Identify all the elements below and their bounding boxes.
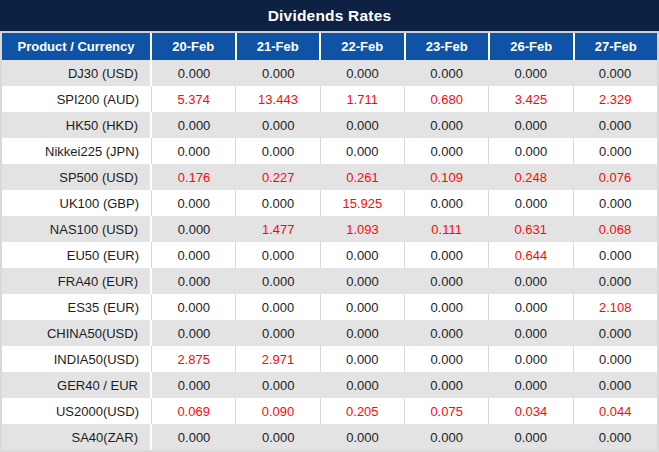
table-header-row: Product / Currency 20-Feb 21-Feb 22-Feb … bbox=[2, 33, 657, 60]
dividend-value-cell: 0.000 bbox=[405, 60, 489, 86]
table-row: SA40(ZAR)0.0000.0000.0000.0000.0000.000 bbox=[2, 424, 657, 450]
dividend-value-cell: 0.000 bbox=[236, 138, 320, 164]
dividend-value-cell: 0.000 bbox=[405, 190, 489, 216]
table-row: ES35 (EUR)0.0000.0000.0000.0000.0002.108 bbox=[2, 294, 657, 320]
dividend-value-cell: 0.000 bbox=[405, 242, 489, 268]
product-label: EU50 (EUR) bbox=[2, 242, 152, 268]
product-label: CHINA50(USD) bbox=[2, 320, 152, 346]
product-label: NAS100 (USD) bbox=[2, 216, 152, 242]
dividend-value-cell: 0.000 bbox=[489, 138, 573, 164]
dividend-value-cell: 0.000 bbox=[574, 242, 657, 268]
dividend-value-cell: 0.000 bbox=[405, 372, 489, 398]
dividend-value-cell: 0.000 bbox=[489, 268, 573, 294]
dividend-value-cell: 3.425 bbox=[489, 86, 573, 112]
dividend-value-cell: 0.000 bbox=[405, 424, 489, 450]
dividend-value-cell: 0.000 bbox=[320, 112, 404, 138]
dividend-value-cell: 0.000 bbox=[152, 216, 236, 242]
dividend-value-cell: 0.000 bbox=[236, 268, 320, 294]
table-row: HK50 (HKD)0.0000.0000.0000.0000.0000.000 bbox=[2, 112, 657, 138]
dividend-value-cell: 0.000 bbox=[489, 60, 573, 86]
dividend-value-cell: 0.000 bbox=[405, 346, 489, 372]
page-title: Dividends Rates bbox=[268, 7, 392, 25]
dividend-value-cell: 0.000 bbox=[573, 60, 657, 86]
dividend-value-cell: 0.000 bbox=[489, 424, 573, 450]
dividend-value-cell: 0.000 bbox=[321, 346, 405, 372]
dividend-value-cell: 0.044 bbox=[574, 398, 657, 424]
product-label: FRA40 (EUR) bbox=[2, 268, 152, 294]
dividend-value-cell: 0.227 bbox=[236, 164, 320, 190]
dividend-value-cell: 0.000 bbox=[489, 346, 573, 372]
table-row: DJ30 (USD)0.0000.0000.0000.0000.0000.000 bbox=[2, 60, 657, 86]
dividend-value-cell: 0.000 bbox=[321, 242, 405, 268]
product-label: US2000(USD) bbox=[2, 398, 152, 424]
dividend-value-cell: 0.111 bbox=[405, 216, 489, 242]
dividend-value-cell: 0.075 bbox=[405, 398, 489, 424]
dividend-value-cell: 0.680 bbox=[405, 86, 489, 112]
product-label: SA40(ZAR) bbox=[2, 424, 152, 450]
dividend-value-cell: 2.875 bbox=[152, 346, 236, 372]
dividend-value-cell: 2.329 bbox=[574, 86, 657, 112]
dividend-value-cell: 0.000 bbox=[236, 372, 320, 398]
dividend-value-cell: 0.000 bbox=[320, 424, 404, 450]
table-body: DJ30 (USD)0.0000.0000.0000.0000.0000.000… bbox=[2, 60, 657, 450]
dividend-value-cell: 1.711 bbox=[321, 86, 405, 112]
dividend-value-cell: 0.000 bbox=[321, 138, 405, 164]
product-label: HK50 (HKD) bbox=[2, 112, 152, 138]
dividend-value-cell: 13.443 bbox=[236, 86, 320, 112]
product-label: GER40 / EUR bbox=[2, 372, 152, 398]
table-row: FRA40 (EUR)0.0000.0000.0000.0000.0000.00… bbox=[2, 268, 657, 294]
table-row: NAS100 (USD)0.0001.4771.0930.1110.6310.0… bbox=[2, 216, 657, 242]
dividend-value-cell: 0.000 bbox=[152, 320, 236, 346]
table-row: SP500 (USD)0.1760.2270.2610.1090.2480.07… bbox=[2, 164, 657, 190]
dividend-value-cell: 0.000 bbox=[489, 112, 573, 138]
dividend-value-cell: 0.000 bbox=[152, 424, 236, 450]
table-row: CHINA50(USD)0.0000.0000.0000.0000.0000.0… bbox=[2, 320, 657, 346]
dividend-value-cell: 5.374 bbox=[152, 86, 236, 112]
dividend-value-cell: 0.076 bbox=[573, 164, 657, 190]
table-row: US2000(USD)0.0690.0900.2050.0750.0340.04… bbox=[2, 398, 657, 424]
dividend-value-cell: 0.205 bbox=[321, 398, 405, 424]
dividend-value-cell: 0.000 bbox=[236, 320, 320, 346]
dividend-value-cell: 0.000 bbox=[236, 242, 320, 268]
dividend-value-cell: 0.000 bbox=[405, 268, 489, 294]
column-header-date-5: 26-Feb bbox=[490, 33, 575, 60]
table-row: SPI200 (AUD)5.37413.4431.7110.6803.4252.… bbox=[2, 86, 657, 112]
table-row: UK100 (GBP)0.0000.00015.9250.0000.0000.0… bbox=[2, 190, 657, 216]
dividend-value-cell: 0.000 bbox=[236, 112, 320, 138]
dividend-value-cell: 0.000 bbox=[152, 138, 236, 164]
product-label: ES35 (EUR) bbox=[2, 294, 152, 320]
dividend-value-cell: 0.261 bbox=[320, 164, 404, 190]
dividend-value-cell: 0.000 bbox=[152, 112, 236, 138]
dividend-value-cell: 0.000 bbox=[320, 372, 404, 398]
dividend-value-cell: 0.000 bbox=[236, 424, 320, 450]
column-header-date-6: 27-Feb bbox=[575, 33, 658, 60]
table-row: EU50 (EUR)0.0000.0000.0000.0000.6440.000 bbox=[2, 242, 657, 268]
dividend-value-cell: 0.000 bbox=[489, 372, 573, 398]
dividend-value-cell: 2.108 bbox=[574, 294, 657, 320]
dividend-value-cell: 0.000 bbox=[152, 60, 236, 86]
dividend-value-cell: 0.000 bbox=[574, 346, 657, 372]
dividend-value-cell: 0.109 bbox=[405, 164, 489, 190]
dividend-value-cell: 0.000 bbox=[573, 320, 657, 346]
dividend-value-cell: 0.000 bbox=[236, 190, 320, 216]
table-row: GER40 / EUR0.0000.0000.0000.0000.0000.00… bbox=[2, 372, 657, 398]
table-row: Nikkei225 (JPN)0.0000.0000.0000.0000.000… bbox=[2, 138, 657, 164]
dividends-rates-widget: Dividends Rates Product / Currency 20-Fe… bbox=[0, 0, 659, 452]
dividend-value-cell: 0.068 bbox=[573, 216, 657, 242]
dividend-value-cell: 0.000 bbox=[574, 138, 657, 164]
dividend-value-cell: 0.000 bbox=[405, 294, 489, 320]
dividend-value-cell: 0.000 bbox=[405, 138, 489, 164]
dividend-value-cell: 0.000 bbox=[574, 190, 657, 216]
dividend-value-cell: 0.000 bbox=[489, 294, 573, 320]
dividend-value-cell: 0.000 bbox=[152, 190, 236, 216]
dividend-value-cell: 0.000 bbox=[320, 268, 404, 294]
dividend-value-cell: 15.925 bbox=[321, 190, 405, 216]
product-label: Nikkei225 (JPN) bbox=[2, 138, 152, 164]
product-label: SPI200 (AUD) bbox=[2, 86, 152, 112]
product-label: DJ30 (USD) bbox=[2, 60, 152, 86]
dividend-value-cell: 0.000 bbox=[573, 424, 657, 450]
dividend-value-cell: 0.000 bbox=[489, 320, 573, 346]
dividend-value-cell: 1.093 bbox=[320, 216, 404, 242]
dividend-value-cell: 0.000 bbox=[236, 60, 320, 86]
dividend-value-cell: 0.000 bbox=[152, 268, 236, 294]
